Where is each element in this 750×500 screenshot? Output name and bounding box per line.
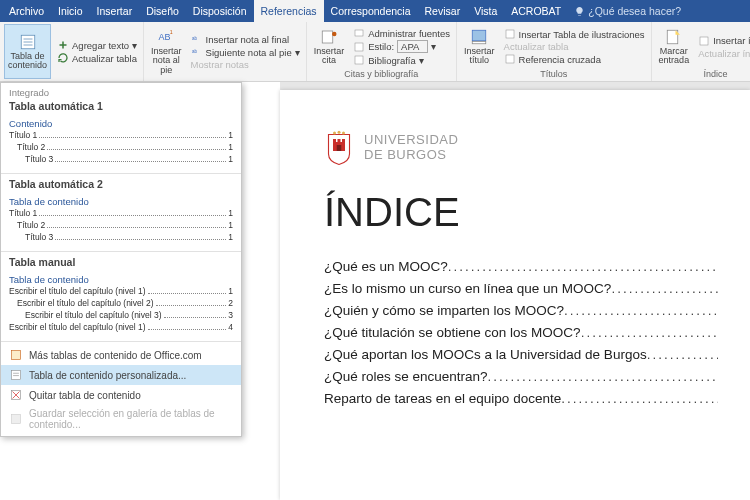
- index-row: ¿Qué roles se encuentran?: [324, 369, 718, 384]
- plus-icon: [57, 39, 69, 51]
- dd-auto2-section[interactable]: Tabla automática 2 Tabla de contenido Tí…: [1, 174, 241, 252]
- index-row: Reparto de tareas en el equipo docente: [324, 391, 718, 406]
- dd-more-office[interactable]: Más tablas de contenido de Office.com: [1, 345, 241, 365]
- menu-tab-archivo[interactable]: Archivo: [2, 0, 51, 22]
- svg-rect-10: [355, 30, 363, 36]
- bibliography-icon: [353, 54, 365, 66]
- document-area: UNIVERSIDAD DE BURGOS ÍNDICE ¿Qué es un …: [280, 82, 750, 500]
- svg-rect-32: [333, 139, 336, 142]
- insert-index-button[interactable]: Insertar índice: [696, 35, 750, 47]
- menu-tabs: ArchivoInicioInsertarDiseñoDisposiciónRe…: [2, 0, 568, 22]
- svg-rect-15: [506, 30, 514, 38]
- toc-icon: [19, 33, 37, 51]
- dd-builtin-header: Integrado: [9, 87, 233, 98]
- dd-manual-section[interactable]: Tabla manual Tabla de contenido Escribir…: [1, 252, 241, 342]
- index-list: ¿Qué es un MOOC? ¿Es lo mismo un curso e…: [324, 259, 718, 406]
- dd-contenido: Contenido: [9, 118, 233, 129]
- mark-entry-label: Marcar entrada: [659, 47, 690, 66]
- svg-text:ab: ab: [192, 36, 198, 41]
- svg-text:1: 1: [170, 29, 173, 35]
- svg-text:AB: AB: [159, 32, 171, 42]
- footnote-icon: AB1: [157, 28, 175, 46]
- toc-button[interactable]: Tabla de contenido: [4, 24, 51, 79]
- remove-icon: [9, 388, 23, 402]
- dd-menu: Más tablas de contenido de Office.com Ta…: [1, 342, 241, 436]
- dd-builtin-section: Integrado Tabla automática 1 Contenido T…: [1, 83, 241, 174]
- page: UNIVERSIDAD DE BURGOS ÍNDICE ¿Qué es un …: [280, 90, 750, 500]
- title-bar: ArchivoInicioInsertarDiseñoDisposiciónRe…: [0, 0, 750, 22]
- dd-auto1-title[interactable]: Tabla automática 1: [9, 100, 233, 112]
- dd-custom-toc[interactable]: Tabla de contenido personalizada...: [1, 365, 241, 385]
- insert-citation-label: Insertar cita: [314, 47, 345, 66]
- save-icon: [9, 412, 23, 426]
- index-row: ¿Qué titulación se obtiene con los MOOC?: [324, 325, 718, 340]
- menu-tab-acrobat[interactable]: ACROBAT: [504, 0, 568, 22]
- caption-icon: [470, 28, 488, 46]
- toc-dropdown: Integrado Tabla automática 1 Contenido T…: [0, 82, 242, 437]
- svg-rect-8: [322, 31, 333, 43]
- menu-tab-revisar[interactable]: Revisar: [418, 0, 468, 22]
- dd-remove-toc[interactable]: Quitar tabla de contenido: [1, 385, 241, 405]
- insert-caption-button[interactable]: Insertar título: [461, 24, 498, 69]
- university-name: UNIVERSIDAD DE BURGOS: [364, 133, 458, 163]
- index-icon: [698, 35, 710, 47]
- dd-save-gallery: Guardar selección en galería de tablas d…: [1, 405, 241, 433]
- svg-rect-18: [700, 37, 708, 45]
- toc-label: Tabla de contenido: [8, 52, 47, 71]
- menu-tab-referencias[interactable]: Referencias: [254, 0, 324, 22]
- svg-rect-20: [11, 370, 20, 379]
- menu-tab-diseño[interactable]: Diseño: [139, 0, 186, 22]
- index-row: ¿Qué aportan los MOOCs a la Universidad …: [324, 347, 718, 362]
- bibliography-button[interactable]: Bibliografía ▾: [351, 54, 452, 66]
- index-row: ¿Es lo mismo un curso en línea que un MO…: [324, 281, 718, 296]
- update-tof-button[interactable]: Actualizar tabla: [502, 41, 647, 52]
- chevron-down-icon: ▾: [431, 41, 436, 52]
- crest-icon: [324, 130, 354, 166]
- svg-rect-14: [473, 41, 487, 43]
- menu-tab-disposición[interactable]: Disposición: [186, 0, 254, 22]
- chevron-down-icon: ▾: [295, 47, 300, 58]
- index-row: ¿Qué es un MOOC?: [324, 259, 718, 274]
- insert-citation-button[interactable]: Insertar cita: [311, 24, 348, 69]
- ribbon-group-citations: Insertar cita Administrar fuentes Estilo…: [307, 22, 457, 81]
- insert-footnote-button[interactable]: AB1 Insertar nota al pie: [148, 24, 185, 79]
- tof-icon: [504, 28, 516, 40]
- next-footnote-button[interactable]: abSiguiente nota al pie ▾: [189, 46, 302, 58]
- svg-point-27: [333, 132, 336, 135]
- svg-rect-33: [338, 139, 341, 142]
- crossref-icon: [504, 53, 516, 65]
- add-text-button[interactable]: Agregar texto ▾: [55, 39, 139, 51]
- menu-tab-vista[interactable]: Vista: [467, 0, 504, 22]
- menu-tab-correspondencia[interactable]: Correspondencia: [324, 0, 418, 22]
- insert-endnote-button[interactable]: abInsertar nota al final: [189, 33, 302, 45]
- cross-ref-button[interactable]: Referencia cruzada: [502, 53, 647, 65]
- svg-rect-16: [506, 55, 514, 63]
- citation-style-select[interactable]: Estilo: APA▾: [351, 40, 452, 53]
- manage-sources-button[interactable]: Administrar fuentes: [351, 27, 452, 39]
- menu-tab-inicio[interactable]: Inicio: [51, 0, 90, 22]
- svg-rect-26: [11, 414, 20, 423]
- insert-tof-button[interactable]: Insertar Tabla de ilustraciones: [502, 28, 647, 40]
- tell-me-text: ¿Qué desea hacer?: [588, 5, 681, 17]
- ribbon-group-footnotes: AB1 Insertar nota al pie abInsertar nota…: [144, 22, 307, 81]
- svg-rect-11: [355, 43, 363, 51]
- svg-rect-31: [337, 145, 342, 151]
- svg-point-29: [342, 132, 345, 135]
- index-row: ¿Quién y cómo se imparten los MOOC?: [324, 303, 718, 318]
- menu-tab-insertar[interactable]: Insertar: [90, 0, 140, 22]
- svg-point-28: [338, 131, 341, 134]
- mark-entry-button[interactable]: Marcar entrada: [656, 24, 693, 69]
- update-table-button[interactable]: Actualizar tabla: [55, 52, 139, 64]
- tell-me[interactable]: ¿Qué desea hacer?: [574, 5, 681, 17]
- svg-text:ab: ab: [192, 49, 198, 54]
- svg-rect-13: [473, 30, 487, 41]
- update-index-button[interactable]: Actualizar índice: [696, 48, 750, 59]
- ribbon-group-captions: Insertar título Insertar Tabla de ilustr…: [457, 22, 652, 81]
- ribbon: Tabla de contenido Agregar texto ▾ Actua…: [0, 22, 750, 82]
- university-header: UNIVERSIDAD DE BURGOS: [324, 130, 718, 166]
- lightbulb-icon: [574, 6, 585, 17]
- doc-title: ÍNDICE: [324, 190, 718, 235]
- show-notes-button[interactable]: Mostrar notas: [189, 59, 302, 70]
- citation-icon: [320, 28, 338, 46]
- sources-icon: [353, 27, 365, 39]
